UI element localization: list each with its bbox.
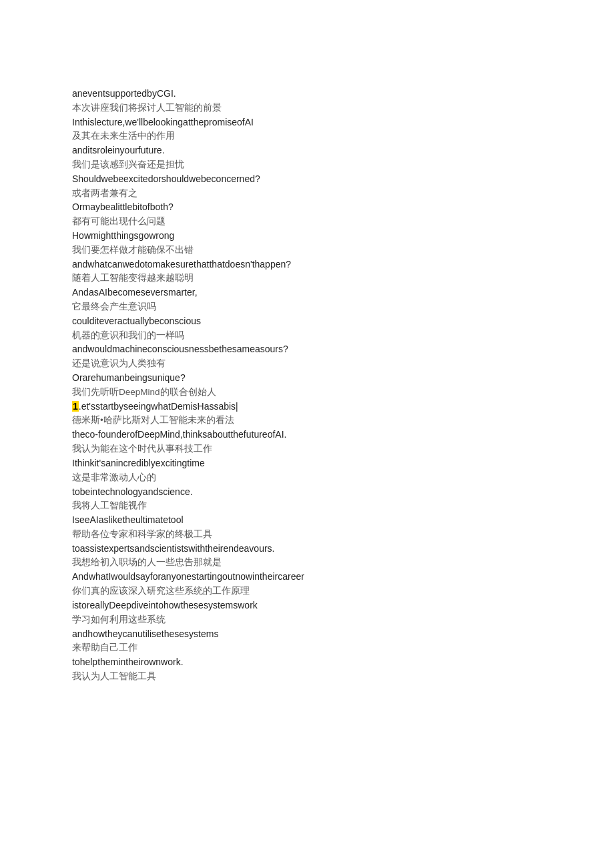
transcript-line-21: 我们先听听DeepMind的联合创始人 — [72, 386, 542, 400]
transcript-line-15: 它最终会产生意识吗 — [72, 300, 542, 314]
transcript-line-30: IseeAIasliketheultimatetool — [72, 513, 542, 528]
transcript-line-25: 我认为能在这个时代从事科技工作 — [72, 442, 542, 456]
transcript-line-8: Ormaybealittlebitofboth? — [72, 200, 542, 215]
transcript-line-10: Howmightthingsgowrong — [72, 229, 542, 244]
transcript-line-23: 德米斯•哈萨比斯对人工智能未来的看法 — [72, 414, 542, 428]
transcript-line-40: tohelpthemintheirownwork. — [72, 655, 542, 670]
transcript-line-1: 本次讲座我们将探讨人工智能的前景 — [72, 101, 542, 115]
transcript-line-13: 随着人工智能变得越来越聪明 — [72, 272, 542, 286]
highlight-number: 1 — [72, 401, 79, 412]
transcript-line-7: 或者两者兼有之 — [72, 187, 542, 201]
transcript-line-33: 我想给初入职场的人一些忠告那就是 — [72, 556, 542, 570]
transcript-line-24: theco-founderofDeepMind,thinksaboutthefu… — [72, 428, 542, 442]
transcript-line-36: istoreallyDeepdiveintohowthesesystemswor… — [72, 598, 542, 613]
transcript-line-17: 机器的意识和我们的一样吗 — [72, 329, 542, 343]
transcript-line-20: Orarehumanbeingsunique? — [72, 371, 542, 386]
transcript-line-2: Inthislecture,we'llbelookingatthepromise… — [72, 115, 542, 130]
transcript-line-27: 这是非常激动人心的 — [72, 471, 542, 485]
transcript-line-38: andhowtheycanutilisethesesystems — [72, 627, 542, 642]
transcript-line-34: AndwhatIwouldsayforanyonestartingoutnowi… — [72, 570, 542, 584]
transcript-line-37: 学习如何利用这些系统 — [72, 613, 542, 627]
transcript-line-9: 都有可能出现什么问题 — [72, 215, 542, 229]
transcript-line-5: 我们是该感到兴奋还是担忧 — [72, 158, 542, 172]
transcript-line-31: 帮助各位专家和科学家的终极工具 — [72, 528, 542, 542]
transcript-line-11: 我们要怎样做才能确保不出错 — [72, 244, 542, 258]
transcript-line-22: 1.et'sstartbyseeingwhatDemisHassabis| — [72, 400, 542, 414]
transcript-line-32: toassistexpertsandscientistswiththeirend… — [72, 542, 542, 556]
transcript-line-4: anditsroleinyourfuture. — [72, 143, 542, 158]
transcript-line-6: Shouldwebeexcitedorshouldwebeconcerned? — [72, 172, 542, 187]
transcript-line-14: AndasAIbecomeseversmarter, — [72, 286, 542, 300]
transcript-line-28: tobeintechnologyandscience. — [72, 485, 542, 500]
transcript-content: aneventsupportedbyCGI.本次讲座我们将探讨人工智能的前景In… — [72, 87, 542, 684]
transcript-line-29: 我将人工智能视作 — [72, 499, 542, 513]
transcript-line-35: 你们真的应该深入研究这些系统的工作原理 — [72, 584, 542, 598]
transcript-line-41: 我认为人工智能工具 — [72, 670, 542, 684]
transcript-line-19: 还是说意识为人类独有 — [72, 357, 542, 371]
transcript-line-18: andwouldmachineconsciousnessbethesameaso… — [72, 342, 542, 357]
transcript-line-12: andwhatcanwedotomakesurethatthatdoesn'th… — [72, 258, 542, 272]
transcript-line-0: aneventsupportedbyCGI. — [72, 87, 542, 101]
transcript-line-26: Ithinkit'sanincrediblyexcitingtime — [72, 456, 542, 471]
transcript-line-39: 来帮助自己工作 — [72, 641, 542, 655]
transcript-line-16: coulditeveractuallybeconscious — [72, 314, 542, 329]
transcript-line-3: 及其在未来生活中的作用 — [72, 129, 542, 143]
